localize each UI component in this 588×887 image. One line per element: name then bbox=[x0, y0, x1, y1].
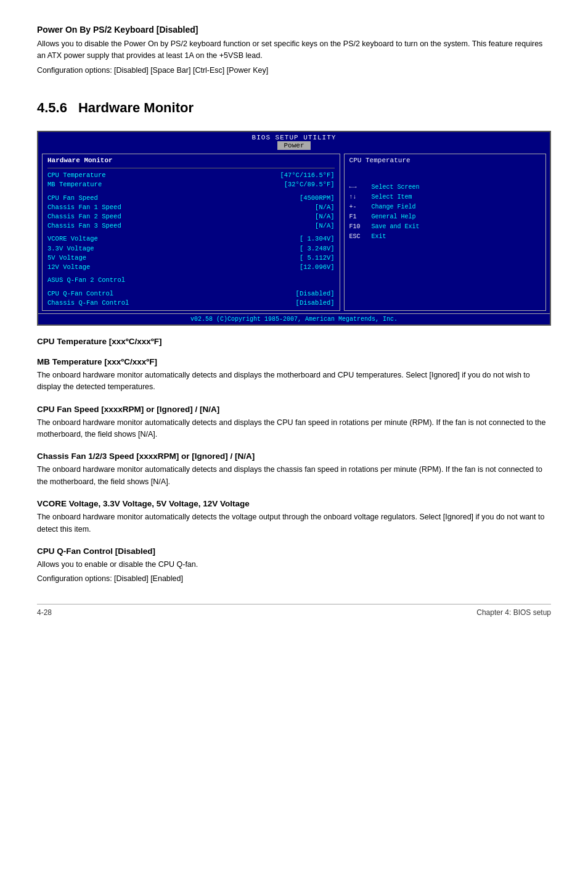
bios-legend-key: +- bbox=[349, 202, 368, 212]
bios-legend-row: ↑↓Select Item bbox=[349, 192, 541, 202]
bios-legend-row: ←→Select Screen bbox=[349, 183, 541, 192]
bios-table-row: CPU Q-Fan Control[Disabled] bbox=[47, 289, 335, 299]
bios-table-row: Chassis Fan 3 Speed[N/A] bbox=[47, 221, 335, 231]
chassis-fan-title: Chassis Fan 1/2/3 Speed [xxxxRPM] or [Ig… bbox=[37, 452, 551, 461]
page-footer: 4-28 Chapter 4: BIOS setup bbox=[37, 604, 551, 617]
footer-right: Chapter 4: BIOS setup bbox=[476, 608, 551, 617]
cpu-temp-body: The onboard hardware monitor automatical… bbox=[37, 369, 551, 394]
bios-legend-row: ESCExit bbox=[349, 232, 541, 242]
cpu-fan-section: CPU Fan Speed [xxxxRPM] or [Ignored] / [… bbox=[37, 405, 551, 441]
bios-row-value: [N/A] bbox=[315, 212, 335, 221]
bios-legend-row: F10Save and Exit bbox=[349, 222, 541, 232]
footer-left: 4-28 bbox=[37, 608, 52, 617]
bios-legend-key: F1 bbox=[349, 212, 368, 222]
power-on-title: Power On By PS/2 Keyboard [Disabled] bbox=[37, 25, 551, 35]
bios-body: Hardware Monitor CPU Temperature[47°C/11… bbox=[38, 151, 550, 313]
bios-row-label: Chassis Fan 3 Speed bbox=[47, 221, 121, 231]
bios-right-panel: CPU Temperature ←→Select Screen↑↓Select … bbox=[344, 154, 546, 311]
bios-legend-desc: Change Field bbox=[372, 202, 416, 212]
bios-legend: ←→Select Screen↑↓Select Item+-Change Fie… bbox=[349, 183, 541, 242]
bios-row-value: [N/A] bbox=[315, 203, 335, 212]
voltage-body: The onboard hardware monitor automatical… bbox=[37, 511, 551, 535]
bios-row-label: CPU Fan Speed bbox=[47, 194, 98, 203]
bios-legend-row: F1General Help bbox=[349, 212, 541, 222]
bios-row-value: [Disabled] bbox=[296, 299, 335, 308]
bios-table-row: CPU Fan Speed[4500RPM] bbox=[47, 194, 335, 203]
bios-rows: CPU Temperature[47°C/116.5°F]MB Temperat… bbox=[47, 171, 335, 308]
bios-table-row: MB Temperature[32°C/89.5°F] bbox=[47, 180, 335, 189]
power-on-body: Allows you to disable the Power On by PS… bbox=[37, 38, 551, 62]
bios-row-value: [12.096V] bbox=[300, 263, 335, 272]
hardware-monitor-section: 4.5.6 Hardware Monitor BIOS SETUP UTILIT… bbox=[37, 88, 551, 326]
bios-row-label: Chassis Fan 2 Speed bbox=[47, 212, 121, 221]
bios-row-label: VCORE Voltage bbox=[47, 234, 98, 244]
chassis-fan-body: The onboard hardware monitor automatical… bbox=[37, 464, 551, 488]
bios-legend-key: F10 bbox=[349, 222, 368, 232]
bios-legend-key: ↑↓ bbox=[349, 192, 368, 202]
bios-table-row: Chassis Fan 1 Speed[N/A] bbox=[47, 203, 335, 212]
bios-utility-title: BIOS SETUP UTILITY bbox=[252, 134, 337, 141]
bios-tab-power: Power bbox=[277, 141, 310, 150]
cpu-qfan-body: Allows you to enable or disable the CPU … bbox=[37, 559, 551, 571]
bios-legend-desc: Exit bbox=[372, 232, 386, 242]
bios-legend-desc: Select Item bbox=[372, 192, 412, 202]
bios-row-label: 5V Voltage bbox=[47, 254, 86, 263]
bios-footer: v02.58 (C)Copyright 1985-2007, American … bbox=[38, 313, 550, 324]
bios-left-panel: Hardware Monitor CPU Temperature[47°C/11… bbox=[42, 154, 340, 311]
bios-row-label: Chassis Q-Fan Control bbox=[47, 299, 129, 308]
bios-row-label: ASUS Q-Fan 2 Control bbox=[47, 276, 125, 285]
cpu-qfan-title: CPU Q-Fan Control [Disabled] bbox=[37, 547, 551, 556]
bios-legend-key: ←→ bbox=[349, 183, 368, 192]
bios-left-label: Hardware Monitor bbox=[47, 157, 335, 164]
cpu-qfan-config: Configuration options: [Disabled] [Enabl… bbox=[37, 573, 551, 585]
bios-row-label: 12V Voltage bbox=[47, 263, 90, 272]
bios-row-label: CPU Q-Fan Control bbox=[47, 289, 113, 299]
bios-tab-row: Power bbox=[38, 141, 550, 150]
cpu-temp-title: CPU Temperature [xxxºC/xxxºF] bbox=[37, 337, 551, 346]
chassis-fan-section: Chassis Fan 1/2/3 Speed [xxxxRPM] or [Ig… bbox=[37, 452, 551, 488]
voltage-section: VCORE Voltage, 3.3V Voltage, 5V Voltage,… bbox=[37, 499, 551, 535]
cpu-temp-section: CPU Temperature [xxxºC/xxxºF] MB Tempera… bbox=[37, 337, 551, 394]
bios-legend-desc: General Help bbox=[372, 212, 416, 222]
hw-monitor-title: Hardware Monitor bbox=[78, 100, 194, 116]
cpu-qfan-section: CPU Q-Fan Control [Disabled] Allows you … bbox=[37, 547, 551, 585]
bios-table-row: 5V Voltage[ 5.112V] bbox=[47, 254, 335, 263]
bios-table-row: 3.3V Voltage[ 3.248V] bbox=[47, 244, 335, 254]
bios-table-row: ASUS Q-Fan 2 Control bbox=[47, 276, 335, 285]
bios-row-value: [32°C/89.5°F] bbox=[284, 180, 335, 189]
bios-row-label: CPU Temperature bbox=[47, 171, 106, 180]
power-on-section: Power On By PS/2 Keyboard [Disabled] All… bbox=[37, 25, 551, 76]
bios-legend-desc: Select Screen bbox=[372, 183, 420, 192]
bios-right-title: CPU Temperature bbox=[349, 157, 541, 164]
bios-box: BIOS SETUP UTILITY Power Hardware Monito… bbox=[37, 131, 551, 326]
bios-row-label: 3.3V Voltage bbox=[47, 244, 94, 254]
bios-header: BIOS SETUP UTILITY Power bbox=[38, 132, 550, 150]
bios-row-value: [N/A] bbox=[315, 221, 335, 231]
bios-table-row: VCORE Voltage[ 1.304V] bbox=[47, 234, 335, 244]
bios-legend-desc: Save and Exit bbox=[372, 222, 420, 232]
bios-row-value: [ 5.112V] bbox=[300, 254, 335, 263]
bios-row-value: [47°C/116.5°F] bbox=[280, 171, 334, 180]
cpu-fan-body: The onboard hardware monitor automatical… bbox=[37, 417, 551, 441]
bios-table-row: Chassis Q-Fan Control[Disabled] bbox=[47, 299, 335, 308]
bios-legend-key: ESC bbox=[349, 232, 368, 242]
bios-row-label: MB Temperature bbox=[47, 180, 102, 189]
bios-row-value: [ 3.248V] bbox=[300, 244, 335, 254]
bios-table-row: CPU Temperature[47°C/116.5°F] bbox=[47, 171, 335, 180]
cpu-fan-title: CPU Fan Speed [xxxxRPM] or [Ignored] / [… bbox=[37, 405, 551, 414]
bios-table-row: 12V Voltage[12.096V] bbox=[47, 263, 335, 272]
power-on-config: Configuration options: [Disabled] [Space… bbox=[37, 65, 551, 76]
bios-legend-row: +-Change Field bbox=[349, 202, 541, 212]
voltage-title: VCORE Voltage, 3.3V Voltage, 5V Voltage,… bbox=[37, 499, 551, 508]
bios-row-value: [ 1.304V] bbox=[300, 234, 335, 244]
bios-table-row: Chassis Fan 2 Speed[N/A] bbox=[47, 212, 335, 221]
bios-row-value: [4500RPM] bbox=[300, 194, 335, 203]
bios-row-value: [Disabled] bbox=[296, 289, 335, 299]
mb-temp-title: MB Temperature [xxxºC/xxxºF] bbox=[37, 357, 551, 366]
bios-row-label: Chassis Fan 1 Speed bbox=[47, 203, 121, 212]
hw-monitor-number: 4.5.6 bbox=[37, 100, 67, 116]
